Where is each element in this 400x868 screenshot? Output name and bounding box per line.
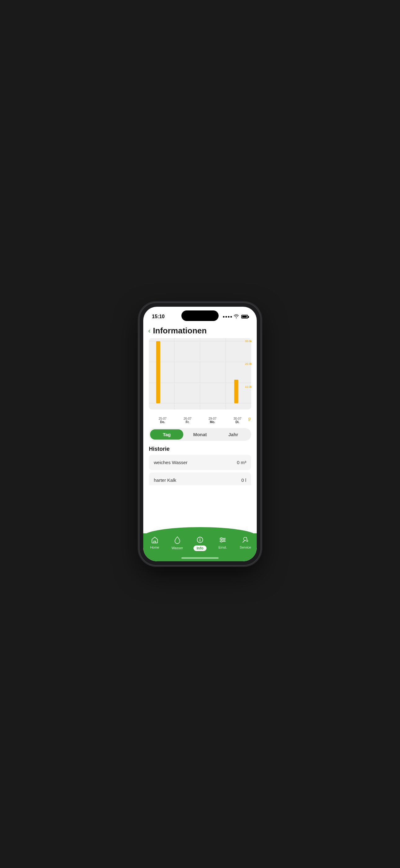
period-btn-tag[interactable]: Tag — [150, 429, 183, 440]
phone-screen: 15:10 ‹ — [143, 307, 257, 561]
nav-label-einst: Einst. — [218, 546, 227, 549]
einst-icon — [219, 536, 226, 545]
main-content: ‹ Informationen — [143, 322, 257, 533]
list-item-0-value: 0 m³ — [237, 460, 246, 465]
nav-item-service[interactable]: Service — [234, 536, 257, 549]
y-label-top: 30.0k — [245, 340, 252, 343]
service-icon — [242, 536, 249, 545]
chart-svg — [149, 338, 251, 409]
nav-label-info: Info — [194, 546, 206, 551]
nav-label-home: Home — [150, 546, 159, 549]
x-axis-labels: 25-07 Do. 26-07 Fr. 29-07 Mo. 30-07 Di. — [149, 417, 251, 424]
signal-icon — [223, 316, 232, 318]
y-label-mid1: 20.0k — [245, 362, 252, 365]
wifi-icon — [234, 314, 239, 319]
home-indicator — [181, 557, 219, 559]
svg-point-11 — [200, 538, 200, 539]
list-item-1-partial: harter Kalk 0 l — [149, 472, 251, 485]
svg-rect-9 — [234, 380, 238, 403]
status-time: 15:10 — [152, 314, 165, 319]
info-icon — [197, 536, 203, 545]
nav-item-einst[interactable]: Einst. — [211, 536, 234, 549]
x-label-2: 29-07 Mo. — [208, 417, 216, 424]
back-button[interactable]: ‹ — [148, 327, 151, 335]
period-btn-jahr[interactable]: Jahr — [217, 429, 250, 440]
period-btn-monat[interactable]: Monat — [183, 429, 216, 440]
svg-point-17 — [221, 541, 222, 542]
home-icon — [151, 536, 159, 545]
phone-frame: 15:10 ‹ — [139, 303, 261, 565]
page-title: Informationen — [153, 326, 206, 336]
bottom-nav: Home Wasser — [143, 533, 257, 561]
period-selector: Tag Monat Jahr — [149, 428, 251, 441]
chart-container: 30.0k 20.0k 10.0k g — [149, 338, 251, 416]
nav-label-service: Service — [240, 546, 251, 549]
x-label-1: 26-07 Fr. — [184, 417, 192, 424]
dynamic-island — [181, 310, 219, 321]
list-item-0: weiches Wasser 0 m³ — [149, 455, 251, 470]
x-label-0: 25-07 Do. — [159, 417, 167, 424]
nav-label-wasser: Wasser — [171, 546, 183, 550]
wasser-icon — [174, 536, 180, 545]
svg-point-16 — [223, 539, 225, 541]
svg-point-15 — [221, 538, 222, 539]
history-title: Historie — [149, 446, 251, 452]
nav-item-home[interactable]: Home — [143, 536, 166, 549]
y-label-mid2: 10.0k — [245, 385, 252, 389]
chart-unit: g — [248, 416, 251, 421]
nav-item-info[interactable]: Info — [189, 536, 211, 551]
nav-item-wasser[interactable]: Wasser — [166, 536, 189, 550]
svg-line-18 — [243, 541, 244, 542]
list-item-1-value: 0 l — [241, 477, 246, 483]
status-icons — [223, 314, 248, 319]
header: ‹ Informationen — [143, 322, 257, 338]
list-item-0-label: weiches Wasser — [154, 460, 188, 465]
x-label-3: 30-07 Di. — [233, 417, 241, 424]
list-item-1-label: harter Kalk — [154, 477, 176, 483]
svg-rect-8 — [156, 341, 160, 403]
battery-icon — [241, 315, 248, 318]
